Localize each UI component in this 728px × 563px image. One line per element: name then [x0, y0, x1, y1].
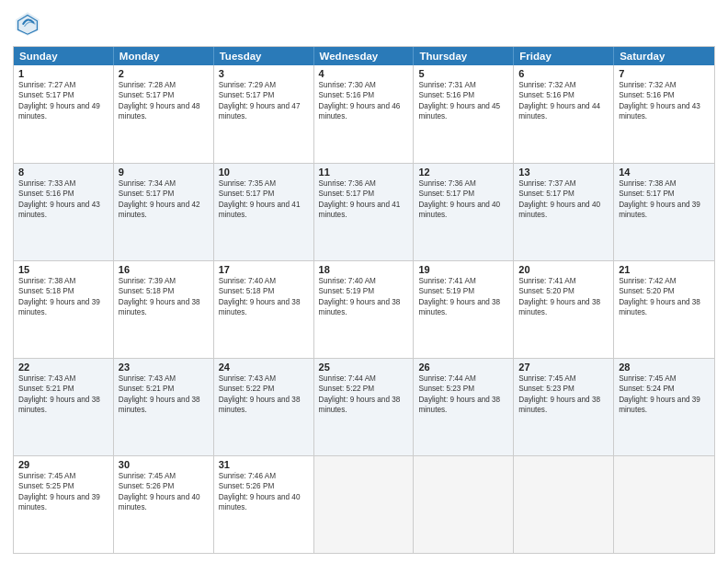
day-cell-12: 12Sunrise: 7:36 AMSunset: 5:17 PMDayligh…: [414, 164, 514, 260]
daylight-hours: Daylight: 9 hours and 49 minutes.: [18, 101, 108, 122]
sunrise-time: Sunrise: 7:46 AM: [219, 471, 309, 481]
sunrise-time: Sunrise: 7:32 AM: [518, 80, 609, 90]
sunset-time: Sunset: 5:26 PM: [119, 481, 209, 491]
sunset-time: Sunset: 5:17 PM: [619, 189, 710, 199]
daylight-hours: Daylight: 9 hours and 38 minutes.: [518, 297, 609, 318]
sunset-time: Sunset: 5:17 PM: [319, 189, 409, 199]
daylight-hours: Daylight: 9 hours and 38 minutes.: [119, 395, 209, 416]
day-number: 7: [619, 68, 710, 79]
day-number: 17: [219, 264, 309, 275]
sunset-time: Sunset: 5:16 PM: [619, 90, 710, 100]
day-cell-5: 5Sunrise: 7:31 AMSunset: 5:16 PMDaylight…: [414, 65, 514, 163]
sunset-time: Sunset: 5:19 PM: [319, 286, 409, 296]
daylight-hours: Daylight: 9 hours and 38 minutes.: [119, 297, 209, 318]
daylight-hours: Daylight: 9 hours and 38 minutes.: [219, 395, 309, 416]
calendar-week-3: 15Sunrise: 7:38 AMSunset: 5:18 PMDayligh…: [14, 260, 714, 358]
daylight-hours: Daylight: 9 hours and 39 minutes.: [18, 297, 108, 318]
calendar-week-5: 29Sunrise: 7:45 AMSunset: 5:25 PMDayligh…: [14, 455, 714, 553]
header: [13, 9, 715, 39]
sunset-time: Sunset: 5:19 PM: [418, 286, 508, 296]
day-number: 16: [119, 264, 209, 275]
daylight-hours: Daylight: 9 hours and 43 minutes.: [619, 101, 710, 122]
daylight-hours: Daylight: 9 hours and 38 minutes.: [418, 297, 508, 318]
sunrise-time: Sunrise: 7:43 AM: [119, 373, 209, 384]
daylight-hours: Daylight: 9 hours and 38 minutes.: [418, 395, 508, 416]
weekday-header-saturday: Saturday: [614, 47, 714, 65]
day-number: 27: [518, 362, 609, 373]
calendar-week-4: 22Sunrise: 7:43 AMSunset: 5:21 PMDayligh…: [14, 358, 714, 455]
daylight-hours: Daylight: 9 hours and 40 minutes.: [418, 200, 508, 221]
day-cell-11: 11Sunrise: 7:36 AMSunset: 5:17 PMDayligh…: [314, 164, 415, 260]
daylight-hours: Daylight: 9 hours and 40 minutes.: [518, 200, 609, 221]
daylight-hours: Daylight: 9 hours and 38 minutes.: [619, 297, 710, 318]
sunrise-time: Sunrise: 7:30 AM: [319, 80, 409, 90]
day-number: 30: [119, 459, 209, 470]
daylight-hours: Daylight: 9 hours and 38 minutes.: [319, 297, 409, 318]
day-number: 20: [518, 264, 609, 275]
weekday-header-sunday: Sunday: [14, 47, 114, 65]
day-number: 12: [418, 167, 508, 178]
day-number: 14: [619, 167, 710, 178]
sunset-time: Sunset: 5:23 PM: [418, 384, 508, 394]
calendar-week-1: 1Sunrise: 7:27 AMSunset: 5:17 PMDaylight…: [14, 65, 714, 163]
day-cell-25: 25Sunrise: 7:44 AMSunset: 5:22 PMDayligh…: [314, 359, 415, 455]
sunset-time: Sunset: 5:16 PM: [418, 90, 508, 100]
day-cell-20: 20Sunrise: 7:41 AMSunset: 5:20 PMDayligh…: [514, 261, 614, 358]
empty-cell: [414, 456, 514, 553]
empty-cell: [514, 456, 614, 553]
sunrise-time: Sunrise: 7:40 AM: [319, 276, 409, 286]
sunrise-time: Sunrise: 7:41 AM: [518, 276, 609, 286]
sunrise-time: Sunrise: 7:37 AM: [518, 178, 609, 189]
day-number: 25: [319, 362, 409, 373]
day-cell-15: 15Sunrise: 7:38 AMSunset: 5:18 PMDayligh…: [14, 261, 114, 358]
sunset-time: Sunset: 5:16 PM: [18, 189, 108, 199]
sunrise-time: Sunrise: 7:32 AM: [619, 80, 710, 90]
sunrise-time: Sunrise: 7:42 AM: [619, 276, 710, 286]
sunset-time: Sunset: 5:17 PM: [219, 189, 309, 199]
calendar: SundayMondayTuesdayWednesdayThursdayFrid…: [13, 46, 715, 554]
sunrise-time: Sunrise: 7:35 AM: [219, 178, 309, 189]
sunset-time: Sunset: 5:23 PM: [518, 384, 609, 394]
day-cell-7: 7Sunrise: 7:32 AMSunset: 5:16 PMDaylight…: [614, 65, 714, 163]
day-cell-16: 16Sunrise: 7:39 AMSunset: 5:18 PMDayligh…: [114, 261, 214, 358]
sunset-time: Sunset: 5:16 PM: [319, 90, 409, 100]
calendar-body: 1Sunrise: 7:27 AMSunset: 5:17 PMDaylight…: [14, 65, 714, 553]
day-cell-21: 21Sunrise: 7:42 AMSunset: 5:20 PMDayligh…: [614, 261, 714, 358]
day-cell-9: 9Sunrise: 7:34 AMSunset: 5:17 PMDaylight…: [114, 164, 214, 260]
day-cell-23: 23Sunrise: 7:43 AMSunset: 5:21 PMDayligh…: [114, 359, 214, 455]
sunset-time: Sunset: 5:21 PM: [119, 384, 209, 394]
sunset-time: Sunset: 5:22 PM: [319, 384, 409, 394]
sunrise-time: Sunrise: 7:36 AM: [319, 178, 409, 189]
sunrise-time: Sunrise: 7:38 AM: [18, 276, 108, 286]
sunrise-time: Sunrise: 7:34 AM: [119, 178, 209, 189]
sunrise-time: Sunrise: 7:43 AM: [18, 373, 108, 384]
weekday-header-wednesday: Wednesday: [314, 47, 415, 65]
sunset-time: Sunset: 5:18 PM: [18, 286, 108, 296]
calendar-header: SundayMondayTuesdayWednesdayThursdayFrid…: [14, 47, 714, 65]
day-cell-29: 29Sunrise: 7:45 AMSunset: 5:25 PMDayligh…: [14, 456, 114, 553]
day-cell-10: 10Sunrise: 7:35 AMSunset: 5:17 PMDayligh…: [214, 164, 314, 260]
sunset-time: Sunset: 5:21 PM: [18, 384, 108, 394]
sunset-time: Sunset: 5:17 PM: [418, 189, 508, 199]
day-number: 3: [219, 68, 309, 79]
day-number: 9: [119, 167, 209, 178]
daylight-hours: Daylight: 9 hours and 46 minutes.: [319, 101, 409, 122]
sunrise-time: Sunrise: 7:44 AM: [319, 373, 409, 384]
daylight-hours: Daylight: 9 hours and 38 minutes.: [319, 395, 409, 416]
calendar-week-2: 8Sunrise: 7:33 AMSunset: 5:16 PMDaylight…: [14, 163, 714, 260]
daylight-hours: Daylight: 9 hours and 39 minutes.: [619, 395, 710, 416]
day-cell-24: 24Sunrise: 7:43 AMSunset: 5:22 PMDayligh…: [214, 359, 314, 455]
sunrise-time: Sunrise: 7:36 AM: [418, 178, 508, 189]
sunset-time: Sunset: 5:18 PM: [119, 286, 209, 296]
day-number: 2: [119, 68, 209, 79]
sunrise-time: Sunrise: 7:38 AM: [619, 178, 710, 189]
sunrise-time: Sunrise: 7:45 AM: [619, 373, 710, 384]
daylight-hours: Daylight: 9 hours and 38 minutes.: [18, 395, 108, 416]
day-number: 29: [18, 459, 108, 470]
sunset-time: Sunset: 5:20 PM: [619, 286, 710, 296]
daylight-hours: Daylight: 9 hours and 40 minutes.: [219, 492, 309, 513]
day-cell-8: 8Sunrise: 7:33 AMSunset: 5:16 PMDaylight…: [14, 164, 114, 260]
logo: [13, 9, 46, 39]
weekday-header-friday: Friday: [514, 47, 614, 65]
empty-cell: [314, 456, 415, 553]
